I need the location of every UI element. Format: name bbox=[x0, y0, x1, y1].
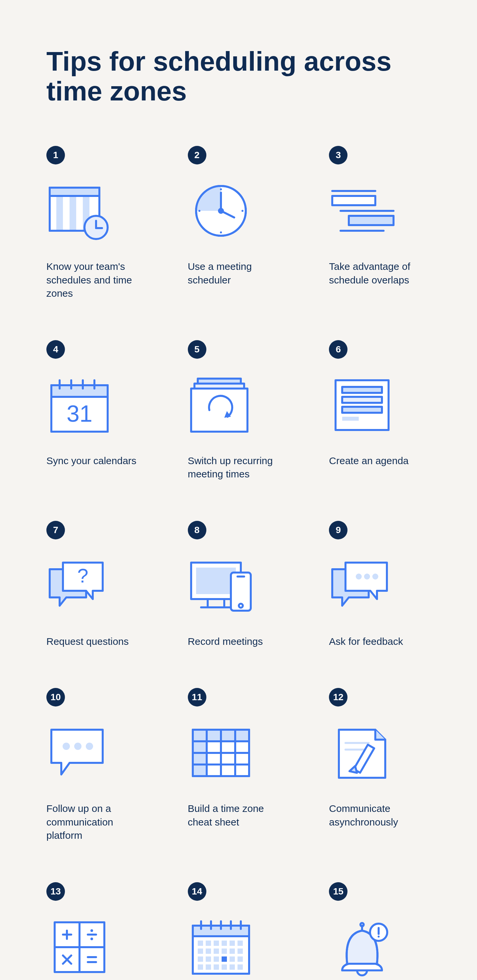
svg-rect-95 bbox=[214, 940, 219, 946]
calendar-clock-icon bbox=[46, 178, 126, 244]
bell-alert-icon bbox=[329, 914, 409, 980]
svg-point-58 bbox=[86, 743, 93, 750]
tip-label: Build a time zone cheat sheet bbox=[188, 802, 287, 829]
tip-number-badge: 5 bbox=[188, 340, 206, 359]
dots-bubble-single-icon bbox=[46, 720, 126, 786]
svg-point-56 bbox=[63, 743, 70, 750]
svg-point-57 bbox=[74, 743, 81, 750]
tip-number-badge: 1 bbox=[46, 146, 65, 164]
calculator-icon bbox=[46, 914, 126, 980]
svg-rect-106 bbox=[206, 956, 211, 962]
table-icon bbox=[188, 720, 267, 786]
svg-rect-104 bbox=[238, 948, 243, 954]
svg-rect-109 bbox=[230, 956, 235, 962]
svg-rect-94 bbox=[206, 940, 211, 946]
tip-item: 8 Record meetings bbox=[188, 521, 290, 649]
svg-point-17 bbox=[198, 210, 200, 212]
tip-number-badge: 9 bbox=[329, 521, 347, 539]
tip-label: Use a meeting scheduler bbox=[188, 260, 287, 287]
svg-rect-2 bbox=[56, 196, 63, 231]
tip-label: Record meetings bbox=[188, 635, 287, 649]
svg-rect-98 bbox=[238, 940, 243, 946]
svg-rect-115 bbox=[230, 964, 235, 970]
svg-point-78 bbox=[90, 937, 93, 940]
tip-label: Request questions bbox=[46, 635, 146, 649]
svg-rect-93 bbox=[198, 940, 203, 946]
svg-point-15 bbox=[220, 188, 222, 190]
svg-rect-113 bbox=[214, 964, 219, 970]
svg-rect-3 bbox=[70, 196, 76, 231]
svg-point-18 bbox=[241, 210, 244, 212]
svg-text:31: 31 bbox=[67, 401, 92, 427]
tip-label: Create an agenda bbox=[329, 454, 428, 468]
svg-rect-39 bbox=[342, 387, 382, 393]
svg-point-55 bbox=[372, 574, 378, 579]
svg-rect-50 bbox=[231, 573, 251, 611]
svg-rect-114 bbox=[222, 964, 227, 970]
tip-item: 13 Utilize a time zone calculator bbox=[46, 882, 148, 980]
svg-point-54 bbox=[364, 574, 370, 579]
tip-item: 4 31 Sync your calendars bbox=[46, 340, 148, 481]
dots-bubbles-icon bbox=[329, 553, 409, 619]
tip-item: 1 Know your team's schedules and time zo… bbox=[46, 146, 148, 301]
tip-number-badge: 3 bbox=[329, 146, 347, 164]
tip-item: 12 Communicate asynchronously bbox=[329, 688, 431, 842]
svg-rect-101 bbox=[214, 948, 219, 954]
tip-label: Follow up on a communication platform bbox=[46, 802, 146, 842]
tip-number-badge: 8 bbox=[188, 521, 206, 539]
devices-icon bbox=[188, 553, 267, 619]
svg-rect-1 bbox=[50, 188, 99, 196]
tip-label: Ask for feedback bbox=[329, 635, 428, 649]
calendar-31-icon: 31 bbox=[46, 372, 126, 438]
svg-rect-107 bbox=[214, 956, 219, 962]
tip-item: 5 Switch up recurring meeting times bbox=[188, 340, 290, 481]
tips-grid: 1 Know your team's schedules and time zo… bbox=[46, 146, 431, 980]
svg-rect-116 bbox=[238, 964, 243, 970]
svg-rect-102 bbox=[222, 948, 227, 954]
tip-number-badge: 10 bbox=[46, 688, 65, 706]
page-title: Tips for scheduling across time zones bbox=[46, 46, 431, 106]
tip-label: Switch up recurring meeting times bbox=[188, 454, 287, 481]
tip-item: 14 Make use of calendar features bbox=[188, 882, 290, 980]
tip-number-badge: 11 bbox=[188, 688, 206, 706]
tip-item: 7 ? Request questions bbox=[46, 521, 148, 649]
agenda-icon bbox=[329, 372, 409, 438]
tip-label: Sync your calendars bbox=[46, 454, 146, 468]
tip-item: 6 Create an agenda bbox=[329, 340, 431, 481]
svg-rect-105 bbox=[198, 956, 203, 962]
svg-rect-108 bbox=[222, 956, 227, 962]
tip-item: 10 Follow up on a communication platform bbox=[46, 688, 148, 842]
tip-number-badge: 13 bbox=[46, 882, 65, 901]
pencil-doc-icon bbox=[329, 720, 409, 786]
svg-point-53 bbox=[356, 574, 362, 579]
svg-point-16 bbox=[220, 231, 222, 233]
tip-number-badge: 6 bbox=[329, 340, 347, 359]
svg-rect-100 bbox=[206, 948, 211, 954]
tip-number-badge: 12 bbox=[329, 688, 347, 706]
clock-icon bbox=[188, 178, 267, 244]
svg-rect-96 bbox=[222, 940, 227, 946]
svg-rect-97 bbox=[230, 940, 235, 946]
tip-item: 11 Build a time zone cheat sheet bbox=[188, 688, 290, 842]
svg-rect-112 bbox=[206, 964, 211, 970]
tip-item: 3 Take advantage of schedule overlaps bbox=[329, 146, 431, 301]
tip-number-badge: 15 bbox=[329, 882, 347, 901]
svg-rect-103 bbox=[230, 948, 235, 954]
svg-rect-22 bbox=[349, 216, 393, 225]
svg-point-121 bbox=[378, 935, 380, 937]
svg-rect-20 bbox=[332, 196, 375, 205]
svg-text:?: ? bbox=[77, 565, 88, 587]
svg-rect-110 bbox=[238, 956, 243, 962]
svg-point-77 bbox=[90, 929, 93, 932]
svg-rect-111 bbox=[198, 964, 203, 970]
svg-rect-42 bbox=[342, 407, 382, 413]
tip-number-badge: 7 bbox=[46, 521, 65, 539]
tip-number-badge: 2 bbox=[188, 146, 206, 164]
tip-label: Communicate asynchronously bbox=[329, 802, 428, 829]
overlap-bars-icon bbox=[329, 178, 409, 244]
tip-item: 9 Ask for feedback bbox=[329, 521, 431, 649]
question-bubbles-icon: ? bbox=[46, 553, 126, 619]
tip-number-badge: 4 bbox=[46, 340, 65, 359]
svg-rect-43 bbox=[342, 417, 359, 421]
tip-number-badge: 14 bbox=[188, 882, 206, 901]
